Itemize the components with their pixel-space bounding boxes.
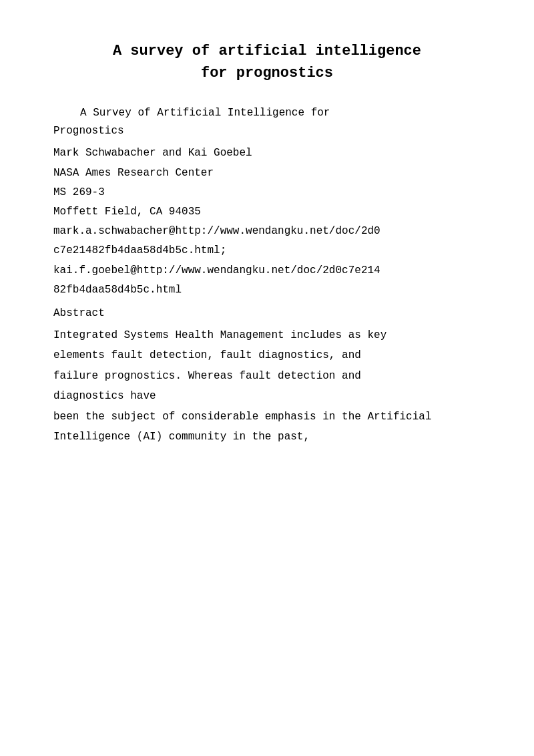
abstract-line5: been the subject of considerable emphasi… [53,411,432,423]
title-section: A survey of artificial intelligence for … [53,40,481,84]
email1-line1: mark.a.schwabacher@http://www.wendangku.… [53,222,481,240]
abstract-line2: elements fault detection, fault diagnost… [53,349,361,361]
intro-line1: A Survey of Artificial Intelligence for [80,107,330,119]
abstract-line3: failure prognostics. Whereas fault detec… [53,370,361,382]
authors-line: Mark Schwabacher and Kai Goebel [53,144,481,162]
intro-paragraph: A Survey of Artificial Intelligence for … [53,104,481,140]
affiliation2-line: MS 269-3 [53,184,481,202]
intro-line2: Prognostics [53,125,124,137]
abstract-body: Integrated Systems Health Management inc… [53,325,481,447]
abstract-line6: Intelligence (AI) community in the past, [53,431,310,443]
abstract-label: Abstract [53,305,481,323]
title-line1: A survey of artificial intelligence [53,40,481,62]
title-line2: for prognostics [53,62,481,84]
affiliation1-line: NASA Ames Research Center [53,164,481,182]
email2-line2: 82fb4daa58d4b5c.html [53,281,481,299]
abstract-line4: diagnostics have [53,390,156,402]
body-content: A Survey of Artificial Intelligence for … [53,104,481,447]
affiliation3-line: Moffett Field, CA 94035 [53,203,481,221]
email1-line2: c7e21482fb4daa58d4b5c.html; [53,242,481,260]
abstract-line1: Integrated Systems Health Management inc… [53,329,386,341]
page: A survey of artificial intelligence for … [0,0,534,756]
paper-title: A survey of artificial intelligence for … [53,40,481,84]
email2-line1: kai.f.goebel@http://www.wendangku.net/do… [53,262,481,280]
